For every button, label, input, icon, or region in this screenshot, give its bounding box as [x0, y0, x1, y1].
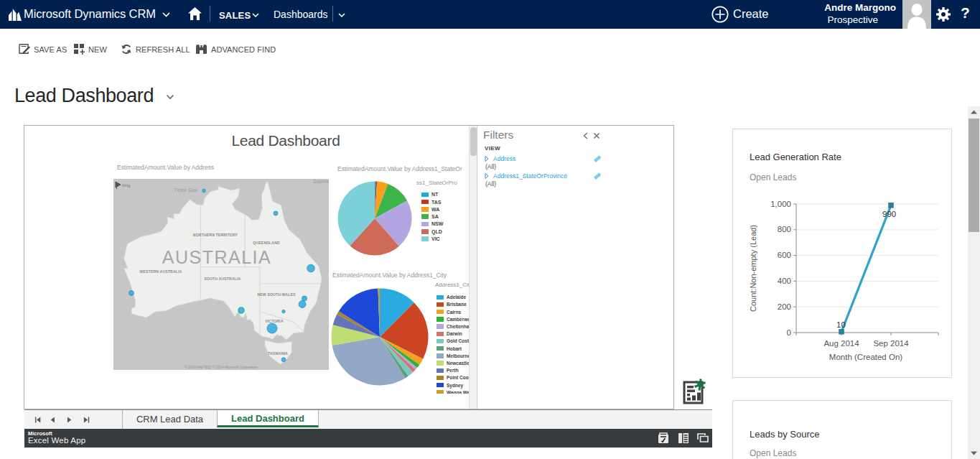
svg-text:Solomon S: Solomon S — [313, 179, 329, 184]
svg-text:NEW SOUTH WALES: NEW SOUTH WALES — [257, 292, 296, 297]
svg-text:SOUTH AUSTRALIA: SOUTH AUSTRALIA — [205, 277, 241, 281]
svg-text:Month (Created On): Month (Created On) — [829, 353, 902, 361]
svg-text:600: 600 — [778, 251, 791, 259]
svg-text:400: 400 — [778, 277, 791, 285]
svg-text:Aug 2014: Aug 2014 — [823, 339, 859, 348]
svg-text:10: 10 — [836, 320, 846, 329]
svg-text:1,000: 1,000 — [770, 200, 791, 208]
svg-text:QUEENSLAND: QUEENSLAND — [253, 241, 279, 245]
svg-text:Count:Non-empty (Lead): Count:Non-empty (Lead) — [749, 225, 757, 312]
svg-text:© 2010 NAVTEQ, © 2014 Microsof: © 2010 NAVTEQ, © 2014 Microsoft Corporat… — [185, 365, 258, 369]
svg-text:990: 990 — [882, 210, 896, 218]
svg-text:0: 0 — [787, 328, 791, 337]
svg-text:800: 800 — [778, 225, 791, 233]
svg-text:200: 200 — [778, 302, 791, 311]
svg-text:Sep 2014: Sep 2014 — [873, 339, 909, 348]
svg-text:WESTERN AUSTRALIA: WESTERN AUSTRALIA — [140, 269, 182, 274]
svg-text:VICTORIA: VICTORIA — [265, 319, 284, 323]
svg-text:AUSTRALIA: AUSTRALIA — [162, 247, 271, 267]
svg-text:TASMANIA: TASMANIA — [268, 351, 288, 356]
svg-text:bing: bing — [122, 183, 130, 187]
svg-text:NORTHERN TERRITORY: NORTHERN TERRITORY — [193, 233, 238, 237]
svg-text:Timor Sea: Timor Sea — [174, 187, 197, 193]
